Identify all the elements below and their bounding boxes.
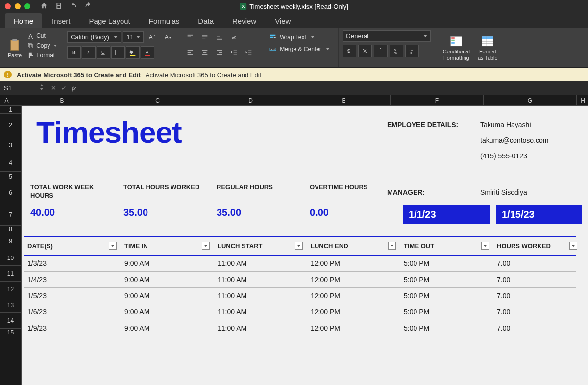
- row-header-12[interactable]: 12: [0, 282, 21, 297]
- table-cell[interactable]: 12:00 PM: [307, 304, 400, 320]
- table-cell[interactable]: 1/3/23: [24, 256, 121, 271]
- borders-button[interactable]: [111, 46, 125, 59]
- copy-button[interactable]: Copy: [25, 41, 59, 50]
- italic-button[interactable]: I: [82, 46, 96, 59]
- align-bottom-icon[interactable]: [213, 30, 226, 43]
- fill-color-button[interactable]: [126, 46, 140, 59]
- row-header-7[interactable]: 7: [0, 204, 21, 226]
- table-cell[interactable]: 5:00 PM: [400, 256, 493, 271]
- row-header-5[interactable]: 5: [0, 172, 21, 181]
- table-cell[interactable]: 9:00 AM: [121, 288, 214, 304]
- tab-review[interactable]: Review: [223, 13, 265, 28]
- table-cell[interactable]: 1/6/23: [24, 304, 121, 320]
- increase-indent-icon[interactable]: [242, 46, 256, 59]
- font-color-button[interactable]: A: [141, 46, 154, 59]
- merge-center-button[interactable]: Merge & Center: [267, 44, 331, 54]
- currency-button[interactable]: $: [343, 45, 356, 57]
- table-cell[interactable]: 9:00 AM: [121, 304, 214, 320]
- table-cell[interactable]: 1/5/23: [24, 288, 121, 304]
- table-cell[interactable]: 12:00 PM: [307, 256, 400, 271]
- table-cell[interactable]: 11:00 AM: [214, 272, 307, 287]
- row-header-11[interactable]: 11: [0, 266, 21, 282]
- increase-decimal-button[interactable]: .0.00: [390, 45, 403, 57]
- table-cell[interactable]: 11:00 AM: [214, 320, 307, 336]
- paste-button[interactable]: Paste: [4, 30, 25, 65]
- table-cell[interactable]: 1/4/23: [24, 272, 121, 287]
- column-header-G[interactable]: G: [484, 95, 577, 105]
- undo-icon[interactable]: [70, 2, 77, 11]
- row-header-1[interactable]: 1: [0, 106, 21, 114]
- row-header-2[interactable]: 2: [0, 114, 21, 136]
- table-cell[interactable]: 1/9/23: [24, 320, 121, 336]
- percent-button[interactable]: %: [358, 45, 372, 57]
- conditional-formatting-button[interactable]: Conditional Formatting: [439, 30, 474, 65]
- table-cell[interactable]: 9:00 AM: [121, 320, 214, 336]
- align-center-icon[interactable]: [198, 46, 212, 59]
- decrease-font-icon[interactable]: A▼: [161, 30, 175, 43]
- filter-button[interactable]: [388, 242, 396, 250]
- decrease-decimal-button[interactable]: .00.0: [405, 45, 419, 57]
- row-header-14[interactable]: 14: [0, 313, 21, 329]
- table-cell[interactable]: 5:00 PM: [400, 288, 493, 304]
- confirm-icon[interactable]: ✓: [61, 84, 67, 92]
- align-left-icon[interactable]: [183, 46, 197, 59]
- filter-button[interactable]: [109, 242, 117, 250]
- row-header-8[interactable]: 8: [0, 226, 21, 232]
- table-cell[interactable]: 7.00: [493, 272, 581, 287]
- table-cell[interactable]: 7.00: [493, 256, 581, 271]
- increase-font-icon[interactable]: A▲: [146, 30, 159, 43]
- column-header-C[interactable]: C: [111, 95, 204, 105]
- number-format-select[interactable]: General: [343, 30, 431, 42]
- align-top-icon[interactable]: [183, 30, 197, 43]
- tab-insert[interactable]: Insert: [43, 13, 79, 28]
- row-header-3[interactable]: 3: [0, 136, 21, 154]
- fx-icon[interactable]: fx: [72, 84, 76, 92]
- column-header-E[interactable]: E: [297, 95, 391, 105]
- table-cell[interactable]: 12:00 PM: [307, 320, 400, 336]
- formula-input[interactable]: [81, 84, 588, 92]
- orientation-icon[interactable]: ab: [227, 30, 241, 43]
- table-cell[interactable]: 9:00 AM: [121, 256, 214, 271]
- font-size-select[interactable]: 11: [123, 31, 144, 43]
- filter-button[interactable]: [481, 242, 489, 250]
- row-header-9[interactable]: 9: [0, 232, 21, 250]
- table-cell[interactable]: 7.00: [493, 320, 581, 336]
- tab-data[interactable]: Data: [189, 13, 222, 28]
- column-header-F[interactable]: F: [391, 95, 484, 105]
- table-cell[interactable]: 5:00 PM: [400, 272, 493, 287]
- home-icon[interactable]: [40, 2, 48, 11]
- column-header-H[interactable]: H: [577, 95, 588, 105]
- table-cell[interactable]: 7.00: [493, 288, 581, 304]
- font-family-select[interactable]: Calibri (Body): [67, 31, 121, 43]
- filter-button[interactable]: [202, 242, 210, 250]
- row-header-13[interactable]: 13: [0, 297, 21, 313]
- table-cell[interactable]: 11:00 AM: [214, 304, 307, 320]
- minimize-window-button[interactable]: [15, 3, 21, 9]
- align-right-icon[interactable]: [213, 46, 226, 59]
- table-cell[interactable]: 12:00 PM: [307, 272, 400, 287]
- table-cell[interactable]: 11:00 AM: [214, 256, 307, 271]
- row-header-4[interactable]: 4: [0, 154, 21, 172]
- table-cell[interactable]: 7.00: [493, 304, 581, 320]
- close-window-button[interactable]: [5, 3, 11, 9]
- save-icon[interactable]: [55, 2, 63, 11]
- filter-button[interactable]: [569, 242, 577, 250]
- column-header-D[interactable]: D: [204, 95, 297, 105]
- row-header-10[interactable]: 10: [0, 250, 21, 266]
- format-as-table-button[interactable]: Format as Table: [474, 30, 502, 65]
- underline-button[interactable]: U: [97, 46, 110, 59]
- column-header-A[interactable]: A: [0, 95, 13, 105]
- table-cell[interactable]: 9:00 AM: [121, 272, 214, 287]
- redo-icon[interactable]: [84, 2, 92, 11]
- tab-page-layout[interactable]: Page Layout: [80, 13, 139, 28]
- sort-icon[interactable]: [40, 84, 46, 92]
- bold-button[interactable]: B: [67, 46, 81, 59]
- maximize-window-button[interactable]: [24, 3, 30, 9]
- cancel-icon[interactable]: ✕: [51, 84, 56, 92]
- table-cell[interactable]: 11:00 AM: [214, 288, 307, 304]
- table-cell[interactable]: 12:00 PM: [307, 288, 400, 304]
- name-box[interactable]: S1: [0, 81, 35, 95]
- align-middle-icon[interactable]: [198, 30, 212, 43]
- tab-formulas[interactable]: Formulas: [140, 13, 189, 28]
- tab-view[interactable]: View: [266, 13, 299, 28]
